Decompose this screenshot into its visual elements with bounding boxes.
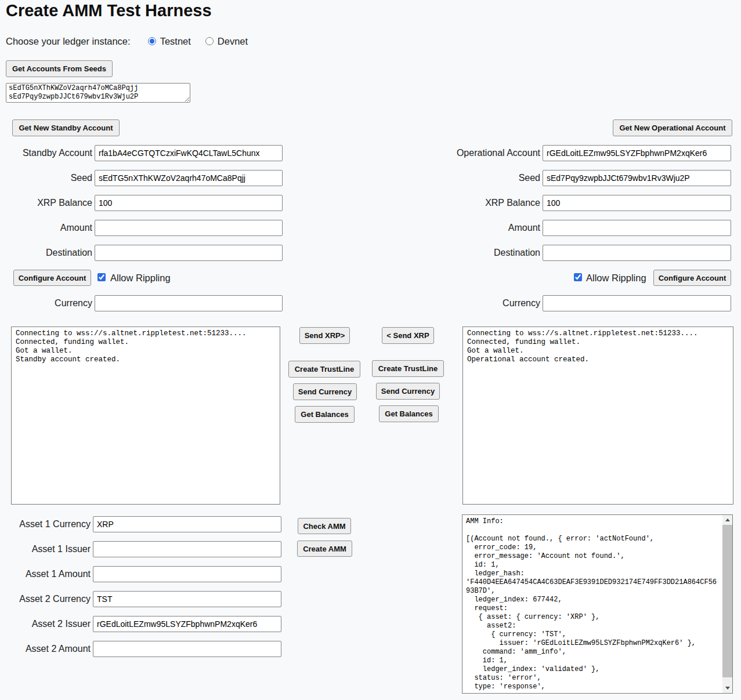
asset2-currency-label: Asset 2 Currency — [0, 591, 91, 607]
standby-amount-label: Amount — [0, 220, 92, 236]
asset2-amount-input[interactable] — [93, 641, 281, 657]
standby-account-label: Standby Account — [0, 145, 92, 161]
standby-account-input[interactable] — [95, 145, 283, 161]
check-amm-button[interactable]: Check AMM — [298, 518, 351, 534]
amm-info-scrollbar[interactable] — [722, 515, 732, 693]
asset1-issuer-label: Asset 1 Issuer — [0, 541, 91, 557]
devnet-label: Devnet — [218, 36, 248, 47]
amm-info-panel[interactable]: AMM Info: [(Account not found., { error:… — [462, 514, 733, 694]
scrollbar-thumb[interactable] — [722, 525, 732, 677]
get-new-operational-account-button[interactable]: Get New Operational Account — [613, 119, 732, 136]
operational-send-currency-button[interactable]: Send Currency — [376, 383, 440, 400]
send-xrp-to-standby-button[interactable]: < Send XRP — [382, 327, 434, 344]
standby-get-balances-button[interactable]: Get Balances — [295, 406, 355, 423]
operational-configure-account-button[interactable]: Configure Account — [653, 270, 731, 286]
standby-send-currency-button[interactable]: Send Currency — [293, 383, 357, 400]
asset1-amount-input[interactable] — [93, 566, 281, 582]
asset2-amount-label: Asset 2 Amount — [0, 641, 91, 657]
operational-amount-input[interactable] — [543, 220, 731, 236]
operational-seed-label: Seed — [371, 170, 540, 186]
operational-xrp-balance-input[interactable] — [543, 195, 731, 211]
amm-info-text: AMM Info: [(Account not found., { error:… — [466, 517, 718, 691]
create-amm-test-harness-page: Create AMM Test Harness Choose your ledg… — [0, 0, 741, 700]
standby-allow-rippling-label: Allow Rippling — [110, 270, 171, 286]
standby-console[interactable]: Connecting to wss://s.altnet.rippletest.… — [11, 327, 280, 505]
operational-destination-label: Destination — [371, 245, 540, 261]
devnet-radio[interactable] — [205, 37, 214, 45]
standby-currency-label: Currency — [0, 295, 92, 311]
seeds-textarea[interactable]: sEdTG5nXThKWZoV2aqrh47oMCa8Pqjj sEd7Pqy9… — [6, 83, 190, 103]
page-title: Create AMM Test Harness — [6, 1, 212, 20]
operational-destination-input[interactable] — [543, 245, 731, 261]
asset1-issuer-input[interactable] — [93, 541, 281, 557]
asset2-issuer-label: Asset 2 Issuer — [0, 616, 91, 632]
operational-account-label: Operational Account — [371, 145, 540, 161]
asset1-currency-input[interactable] — [93, 516, 281, 532]
standby-xrp-balance-input[interactable] — [95, 195, 283, 211]
operational-allow-rippling-label: Allow Rippling — [586, 270, 646, 286]
operational-currency-label: Currency — [371, 295, 540, 311]
scroll-up-icon — [725, 518, 730, 521]
operational-amount-label: Amount — [371, 220, 540, 236]
standby-destination-label: Destination — [0, 245, 92, 261]
operational-account-input[interactable] — [543, 145, 731, 161]
scroll-down-icon — [725, 687, 730, 690]
operational-seed-input[interactable] — [543, 170, 731, 186]
asset2-issuer-input[interactable] — [93, 616, 281, 632]
asset2-currency-input[interactable] — [93, 591, 281, 607]
standby-configure-account-button[interactable]: Configure Account — [13, 270, 91, 286]
ledger-instance-label: Choose your ledger instance: — [6, 36, 131, 47]
operational-console[interactable]: Connecting to wss://s.altnet.rippletest.… — [462, 327, 733, 505]
create-amm-button[interactable]: Create AMM — [297, 541, 352, 557]
operational-allow-rippling-checkbox[interactable] — [574, 273, 582, 281]
standby-amount-input[interactable] — [95, 220, 283, 236]
get-accounts-from-seeds-button[interactable]: Get Accounts From Seeds — [6, 60, 113, 77]
testnet-label: Testnet — [160, 36, 191, 47]
standby-allow-rippling-checkbox[interactable] — [97, 273, 106, 281]
standby-create-trustline-button[interactable]: Create TrustLine — [288, 361, 360, 378]
standby-xrp-balance-label: XRP Balance — [0, 195, 92, 211]
operational-get-balances-button[interactable]: Get Balances — [379, 405, 439, 422]
standby-seed-label: Seed — [0, 170, 92, 186]
asset1-currency-label: Asset 1 Currency — [0, 516, 91, 532]
ledger-instance-row: Choose your ledger instance: Testnet Dev… — [6, 35, 248, 48]
standby-destination-input[interactable] — [95, 245, 283, 261]
operational-currency-input[interactable] — [543, 295, 731, 311]
asset1-amount-label: Asset 1 Amount — [0, 566, 91, 582]
operational-xrp-balance-label: XRP Balance — [371, 195, 540, 211]
scroll-up-button[interactable] — [722, 515, 732, 525]
send-xrp-to-operational-button[interactable]: Send XRP> — [299, 327, 350, 344]
get-new-standby-account-button[interactable]: Get New Standby Account — [12, 119, 120, 136]
scroll-down-button[interactable] — [722, 683, 732, 693]
operational-create-trustline-button[interactable]: Create TrustLine — [372, 360, 444, 377]
standby-currency-input[interactable] — [95, 295, 283, 311]
standby-seed-input[interactable] — [95, 170, 283, 186]
testnet-radio[interactable] — [148, 37, 156, 45]
